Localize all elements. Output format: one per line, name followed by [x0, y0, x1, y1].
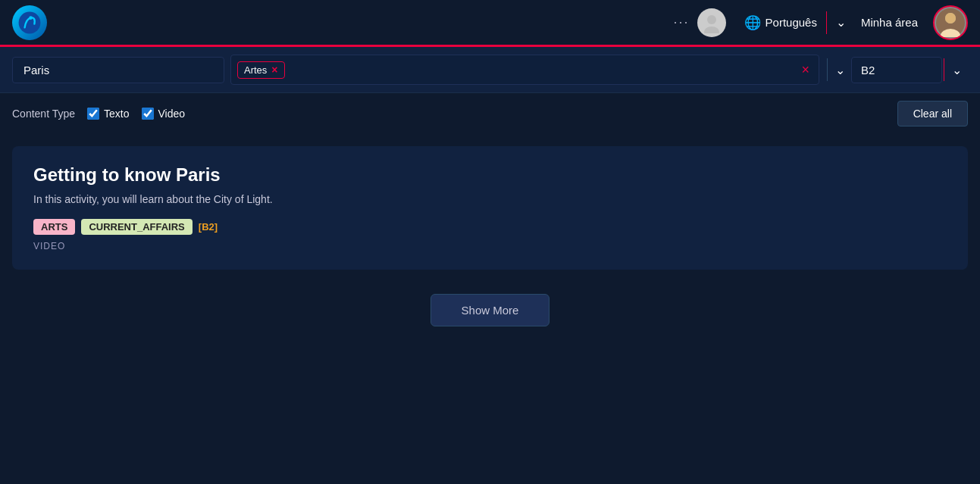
tag-level: [B2]	[199, 219, 218, 235]
filter-chevron-button[interactable]: ⌄	[829, 60, 851, 80]
svg-point-0	[19, 11, 41, 33]
filter-tags-area: Artes × ×	[230, 55, 819, 85]
clear-all-button[interactable]: Clear all	[897, 101, 968, 126]
checkbox-video[interactable]: Video	[142, 108, 186, 120]
tag-artes-label: Artes	[244, 64, 267, 76]
dots-icon: ···	[674, 14, 690, 30]
result-type: VIDEO	[33, 241, 947, 251]
header-right: ··· 🌐 Português ⌄ Minha área	[674, 5, 968, 40]
filter-separator-1	[827, 58, 828, 81]
header: ··· 🌐 Português ⌄ Minha área	[0, 0, 980, 47]
globe-icon: 🌐	[744, 14, 761, 31]
level-separator	[944, 58, 944, 81]
language-label: Português	[766, 16, 817, 29]
filter-clear-x-button[interactable]: ×	[798, 59, 812, 81]
show-more-button[interactable]: Show More	[431, 294, 550, 326]
content-type-row: Content Type Texto Video Clear all	[0, 93, 980, 134]
main-content: Getting to know Paris In this activity, …	[0, 134, 980, 363]
result-tags: ARTS CURRENT_AFFAIRS [B2]	[33, 219, 947, 235]
level-chevron-button[interactable]: ⌄	[946, 60, 968, 80]
filter-tag-artes: Artes ×	[237, 61, 285, 79]
user-avatar	[697, 8, 726, 37]
result-title: Getting to know Paris	[33, 164, 947, 186]
logo-area	[12, 5, 47, 40]
language-button[interactable]: 🌐 Português	[738, 10, 823, 36]
checkbox-texto[interactable]: Texto	[87, 108, 129, 120]
language-chevron-button[interactable]: ⌄	[830, 12, 852, 33]
result-card[interactable]: Getting to know Paris In this activity, …	[12, 146, 968, 270]
svg-point-1	[29, 16, 33, 20]
level-dropdown: B2	[851, 57, 942, 83]
header-separator	[826, 11, 827, 34]
profile-photo[interactable]	[933, 5, 968, 40]
search-input[interactable]	[12, 57, 224, 83]
texto-checkbox[interactable]	[87, 108, 99, 120]
result-description: In this activity, you will learn about t…	[33, 193, 947, 205]
tag-arts: ARTS	[33, 219, 75, 235]
tag-artes-close-button[interactable]: ×	[271, 64, 277, 75]
tag-current-affairs: CURRENT_AFFAIRS	[81, 219, 192, 235]
svg-point-3	[704, 27, 719, 33]
video-checkbox[interactable]	[142, 108, 154, 120]
svg-point-2	[707, 15, 716, 24]
logo-icon	[12, 5, 47, 40]
video-label: Video	[158, 108, 186, 120]
search-row: Artes × × ⌄ B2 ⌄	[0, 47, 980, 93]
level-value: B2	[861, 64, 875, 77]
minha-area-button[interactable]: Minha área	[852, 11, 927, 33]
content-type-label: Content Type	[12, 108, 75, 120]
svg-point-7	[945, 13, 956, 23]
show-more-area: Show More	[12, 282, 968, 351]
texto-label: Texto	[104, 108, 129, 120]
